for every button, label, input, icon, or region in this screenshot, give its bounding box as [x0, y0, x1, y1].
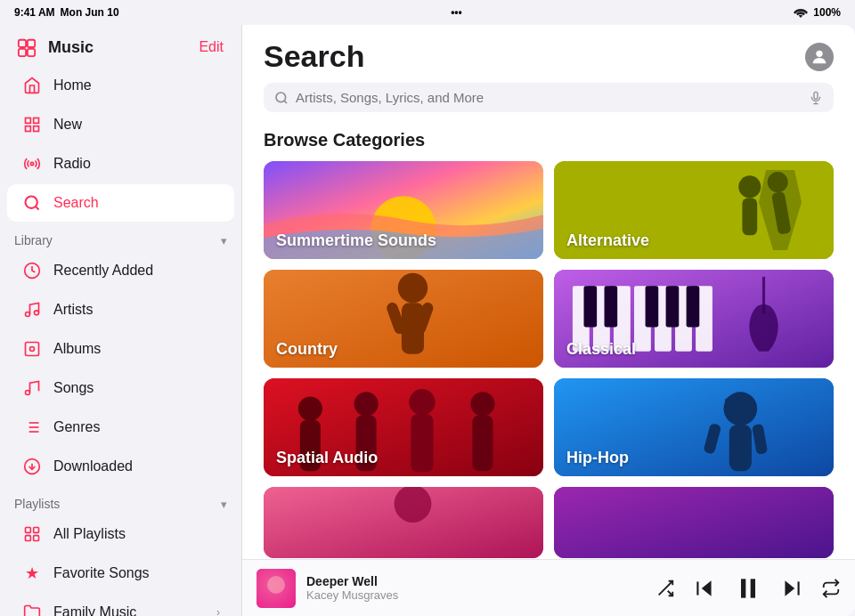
svg-rect-3 [28, 49, 35, 56]
svg-rect-85 [741, 579, 745, 597]
shuffle-button[interactable] [656, 579, 675, 598]
main-header: Search [242, 25, 855, 83]
nav-search[interactable]: Search [7, 184, 234, 222]
category-hip-hop[interactable]: Hip-Hop [554, 378, 834, 476]
playlists-section-header[interactable]: Playlists ▾ [0, 486, 241, 515]
nav-songs-label: Songs [53, 380, 94, 396]
genres-icon [21, 417, 43, 438]
nav-downloaded[interactable]: Downloaded [7, 448, 234, 485]
albums-icon [21, 338, 43, 360]
svg-rect-5 [34, 118, 39, 124]
card-bg-purple [554, 487, 834, 558]
status-left: 9:41 AM Mon Jun 10 [14, 6, 119, 19]
nav-search-label: Search [53, 195, 99, 211]
now-playing-title: Deeper Well [306, 574, 645, 588]
previous-button[interactable] [693, 577, 716, 600]
nav-home[interactable]: Home [7, 67, 234, 104]
edit-button[interactable]: Edit [199, 39, 224, 55]
now-playing-controls [656, 574, 841, 603]
nav-downloaded-label: Downloaded [53, 458, 133, 474]
svg-rect-55 [605, 286, 618, 327]
svg-point-42 [398, 273, 428, 303]
next-button[interactable] [780, 577, 803, 600]
svg-rect-24 [26, 528, 31, 533]
svg-rect-26 [26, 536, 31, 541]
nav-genres[interactable]: Genres [7, 409, 234, 446]
svg-rect-2 [19, 49, 26, 56]
category-partial-purple[interactable] [554, 487, 834, 558]
nav-all-playlists[interactable]: All Playlists [7, 515, 234, 553]
card-label-spatial: Spatial Audio [276, 449, 378, 467]
nav-new-label: New [53, 117, 82, 133]
nav-family-music[interactable]: Family Music › [7, 594, 234, 616]
radio-icon [21, 153, 43, 174]
nav-artists[interactable]: Artists [7, 291, 234, 328]
svg-rect-57 [666, 286, 680, 327]
svg-point-61 [298, 396, 322, 420]
nav-home-label: Home [53, 77, 92, 93]
svg-rect-56 [646, 286, 659, 327]
svg-point-14 [30, 347, 35, 352]
nav-recently-added[interactable]: Recently Added [7, 252, 234, 289]
playlists-chevron: ▾ [221, 498, 227, 511]
category-spatial-audio[interactable]: Spatial Audio [264, 378, 543, 476]
battery-text: 100% [813, 6, 841, 19]
family-music-chevron: › [216, 606, 220, 616]
svg-rect-38 [742, 198, 757, 235]
nav-songs[interactable]: Songs [7, 369, 234, 407]
avatar[interactable] [805, 43, 834, 71]
svg-point-9 [26, 197, 37, 208]
search-bar[interactable] [264, 83, 834, 112]
wifi-icon [794, 7, 808, 18]
card-label-country: Country [276, 340, 338, 359]
category-summertime-sounds[interactable]: Summertime Sounds [264, 161, 543, 259]
category-classical[interactable]: Classical [554, 270, 834, 368]
svg-point-15 [26, 391, 30, 395]
sidebar: Music Edit Home New [0, 25, 242, 616]
status-date: Mon Jun 10 [61, 6, 119, 19]
svg-point-63 [354, 392, 379, 416]
svg-rect-0 [19, 40, 26, 47]
nav-radio-label: Radio [53, 156, 91, 172]
svg-point-8 [30, 162, 33, 165]
svg-rect-13 [26, 343, 39, 356]
nav-favorite-songs[interactable]: ★ Favorite Songs [7, 555, 234, 592]
nav-new[interactable]: New [7, 106, 234, 143]
sidebar-menu-icon[interactable] [14, 37, 39, 57]
nav-radio[interactable]: Radio [7, 145, 234, 182]
search-input[interactable] [296, 90, 802, 105]
microphone-icon[interactable] [809, 91, 823, 105]
svg-rect-7 [34, 126, 39, 132]
repeat-button[interactable] [821, 579, 841, 598]
family-music-icon [21, 602, 43, 616]
svg-point-11 [26, 312, 30, 317]
nav-albums-label: Albums [53, 341, 101, 357]
svg-point-80 [267, 576, 285, 594]
svg-rect-68 [472, 415, 493, 471]
now-playing-bar[interactable]: Deeper Well Kacey Musgraves [242, 559, 855, 616]
card-label-classical: Classical [566, 340, 636, 359]
svg-marker-83 [702, 580, 712, 596]
svg-marker-87 [785, 580, 794, 596]
category-alternative[interactable]: Alternative [554, 161, 834, 259]
page-title: Search [264, 39, 364, 74]
sidebar-header: Music Edit [0, 25, 241, 66]
category-partial-pink[interactable] [264, 487, 543, 558]
svg-rect-58 [687, 286, 700, 327]
downloaded-icon [21, 456, 43, 477]
svg-rect-73 [729, 425, 752, 471]
artists-icon [21, 299, 43, 320]
svg-point-29 [276, 93, 286, 102]
category-country[interactable]: Country [264, 270, 543, 368]
card-label-summertime: Summertime Sounds [276, 231, 436, 250]
now-playing-thumbnail [256, 569, 296, 608]
svg-rect-86 [751, 579, 755, 597]
library-section-header[interactable]: Library ▾ [0, 223, 241, 251]
nav-albums[interactable]: Albums [7, 330, 234, 368]
svg-rect-30 [814, 92, 818, 99]
svg-rect-72 [749, 402, 756, 416]
play-pause-button[interactable] [734, 574, 762, 603]
svg-point-77 [395, 487, 432, 523]
svg-point-12 [35, 311, 39, 315]
now-playing-artist: Kacey Musgraves [306, 588, 645, 602]
